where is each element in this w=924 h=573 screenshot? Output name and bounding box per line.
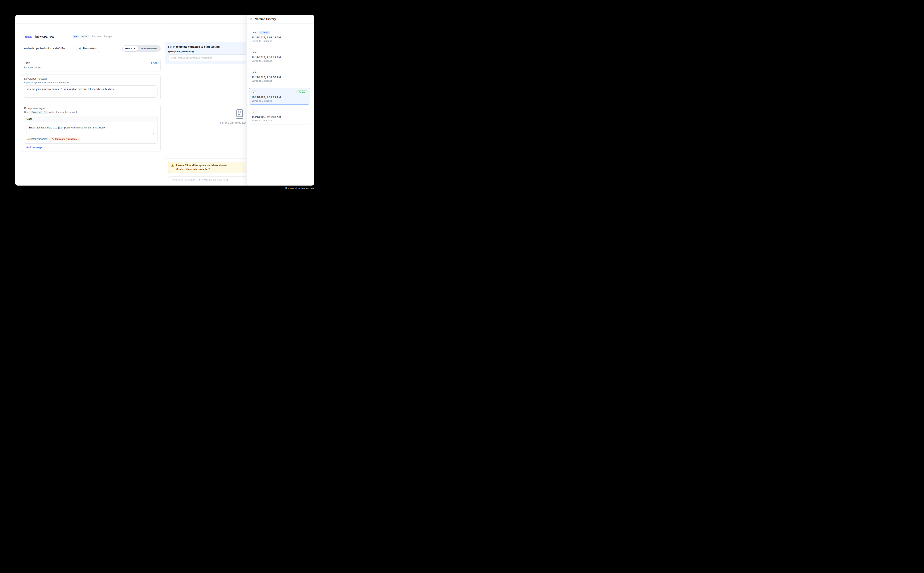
detected-variables-label: Detected variables: bbox=[27, 138, 48, 141]
message-header: User bbox=[24, 116, 157, 122]
toggle-dotprompt[interactable]: DOTPROMPT bbox=[138, 46, 160, 51]
version-status: Saved to Database bbox=[252, 100, 307, 102]
breadcrumb-badges: v2 Draft Unsaved changes bbox=[73, 34, 113, 38]
template-variable-chip[interactable]: ✎ template_variables bbox=[50, 137, 79, 141]
version-history-title: Version History bbox=[255, 17, 276, 20]
template-variable-chip-label: template_variables bbox=[55, 138, 77, 140]
version-badge: v2 bbox=[73, 34, 79, 38]
version-history-header: ✕ Version History bbox=[246, 15, 314, 23]
model-select[interactable]: aws/anthropic/bedrock-claude-3-5-s... bbox=[21, 45, 74, 52]
tools-card: Tools + Add No tools added bbox=[21, 59, 161, 72]
warning-title: Please fill in all template variables ab… bbox=[176, 164, 227, 167]
version-tag-badge: Latest bbox=[259, 31, 270, 34]
desktop-background: ← Back jack-sparrow v2 Draft Unsaved cha… bbox=[0, 0, 329, 204]
toggle-pretty[interactable]: PRETTY bbox=[122, 46, 138, 51]
prompt-message-item: User Enter task specifics. Use {{templat… bbox=[24, 116, 157, 144]
version-status: Saved to Database bbox=[252, 40, 307, 42]
close-icon[interactable]: ✕ bbox=[250, 17, 253, 20]
version-status: Saved to Database bbox=[252, 59, 307, 62]
version-card[interactable]: v4 11/21/2025, 1:36:28 PM Saved to Datab… bbox=[249, 48, 310, 65]
model-toolbar: aws/anthropic/bedrock-claude-3-5-s... ⚙ … bbox=[21, 45, 161, 52]
app-window: ← Back jack-sparrow v2 Draft Unsaved cha… bbox=[15, 15, 314, 186]
version-card[interactable]: v1 11/21/2025, 9:16:39 AM Saved to Datab… bbox=[249, 108, 310, 124]
resize-handle-icon[interactable] bbox=[155, 95, 157, 97]
version-timestamp: 11/21/2025, 1:33:19 PM bbox=[252, 96, 307, 99]
page-title: jack-sparrow bbox=[35, 35, 54, 38]
parameters-label: Parameters bbox=[83, 47, 97, 50]
breadcrumb: ← Back jack-sparrow v2 Draft Unsaved cha… bbox=[21, 34, 161, 39]
tools-title: Tools bbox=[24, 61, 30, 64]
developer-message-card: Developer message Optional system instru… bbox=[21, 75, 161, 100]
version-card[interactable]: v3 11/21/2025, 1:33:56 PM Saved to Datab… bbox=[249, 68, 310, 85]
developer-message-title: Developer message bbox=[24, 77, 157, 80]
developer-message-subtitle: Optional system instructions for the mod… bbox=[24, 81, 157, 84]
format-toggle: PRETTY DOTPROMPT bbox=[122, 45, 161, 52]
prompt-editor-pane: ← Back jack-sparrow v2 Draft Unsaved cha… bbox=[15, 23, 165, 186]
version-history-panel: ✕ Version History v5 Latest 11/22/2025, … bbox=[246, 15, 314, 186]
version-id-badge: v3 bbox=[252, 70, 257, 74]
hint-prefix: Use bbox=[24, 111, 28, 113]
version-id-badge: v4 bbox=[252, 50, 257, 54]
back-button[interactable]: ← Back bbox=[21, 35, 32, 38]
pencil-icon: ✎ bbox=[52, 138, 54, 140]
version-id-badge: v5 bbox=[252, 31, 257, 34]
drag-handle-icon[interactable] bbox=[153, 117, 155, 121]
version-card[interactable]: v2 Active 11/21/2025, 1:33:19 PM Saved t… bbox=[249, 88, 310, 105]
prompt-message-input[interactable]: Enter task specifics. Use {{template_var… bbox=[26, 124, 155, 135]
resize-handle-icon[interactable] bbox=[153, 132, 155, 134]
chevron-down-icon bbox=[69, 47, 72, 50]
role-select[interactable]: User bbox=[27, 117, 40, 121]
role-select-value: User bbox=[27, 117, 32, 121]
warning-icon bbox=[171, 164, 174, 167]
chevron-down-icon bbox=[38, 118, 40, 120]
back-arrow-icon: ← bbox=[21, 35, 24, 38]
version-timestamp: 11/22/2025, 6:08:12 PM bbox=[252, 36, 307, 39]
back-label: Back bbox=[25, 35, 32, 38]
tools-empty-text: No tools added bbox=[24, 66, 157, 69]
version-card[interactable]: v5 Latest 11/22/2025, 6:08:12 PM Saved t… bbox=[249, 28, 310, 45]
parameters-button[interactable]: ⚙ Parameters bbox=[76, 45, 99, 52]
gear-icon: ⚙ bbox=[79, 47, 82, 50]
divider bbox=[15, 56, 165, 56]
version-id-badge: v2 bbox=[252, 91, 257, 94]
prompt-messages-card: Prompt messages Use {{variable}} syntax … bbox=[21, 104, 161, 152]
add-message-button[interactable]: + Add message bbox=[24, 146, 42, 149]
developer-message-input[interactable]: You are jack sparrow number 1, respond a… bbox=[24, 85, 157, 98]
version-timestamp: 11/21/2025, 9:16:39 AM bbox=[252, 116, 307, 119]
add-tool-button[interactable]: + Add bbox=[151, 61, 157, 64]
version-tag-badge: Active bbox=[296, 91, 307, 94]
prompt-messages-title: Prompt messages bbox=[24, 107, 157, 110]
unsaved-changes-label: Unsaved changes bbox=[92, 35, 112, 38]
draft-badge: Draft bbox=[80, 34, 89, 38]
hint-suffix: syntax for template variables bbox=[49, 111, 79, 113]
version-status: Saved to Database bbox=[252, 119, 307, 122]
watermark-text: Screenshot by Xnapper.com bbox=[286, 187, 314, 189]
version-timestamp: 11/21/2025, 1:33:56 PM bbox=[252, 76, 307, 79]
variable-syntax-chip: {{variable}} bbox=[29, 111, 48, 114]
prompt-syntax-hint: Use {{variable}} syntax for template var… bbox=[24, 111, 157, 114]
version-id-badge: v1 bbox=[252, 110, 257, 114]
detected-variables-row: Detected variables: ✎ template_variables bbox=[24, 135, 157, 143]
version-list: v5 Latest 11/22/2025, 6:08:12 PM Saved t… bbox=[246, 23, 314, 124]
model-select-value: aws/anthropic/bedrock-claude-3-5-s... bbox=[23, 47, 67, 50]
version-status: Saved to Database bbox=[252, 80, 307, 82]
bot-icon bbox=[235, 109, 245, 120]
version-timestamp: 11/21/2025, 1:36:28 PM bbox=[252, 56, 307, 59]
